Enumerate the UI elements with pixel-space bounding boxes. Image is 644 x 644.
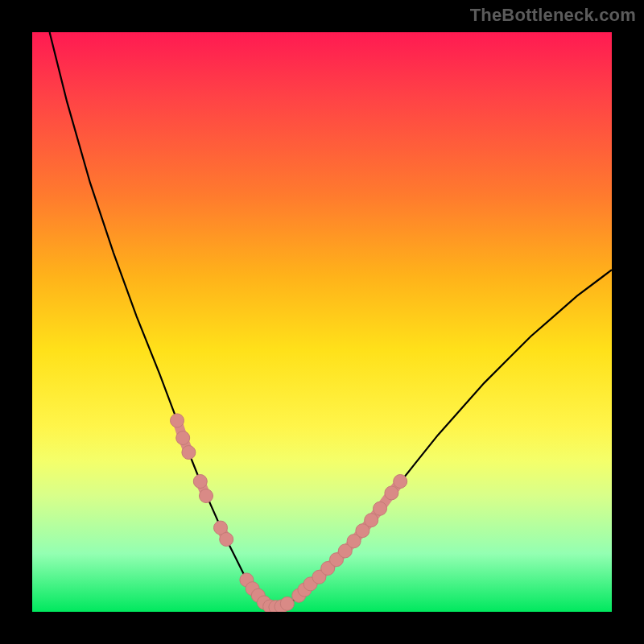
chart-svg — [32, 32, 612, 612]
data-marker-left — [176, 431, 190, 445]
plot-area — [32, 32, 612, 612]
data-marker-left — [220, 533, 233, 547]
data-marker-left — [182, 446, 196, 460]
curve-line — [50, 32, 612, 607]
data-marker-valley — [280, 597, 294, 610]
data-marker-left — [171, 414, 184, 427]
data-marker-right — [365, 514, 378, 527]
data-marker-right — [394, 475, 407, 489]
chart-frame: TheBottleneck.com — [0, 0, 644, 644]
attribution-text: TheBottleneck.com — [470, 5, 636, 26]
data-marker-right — [374, 502, 387, 515]
data-marker-right — [385, 486, 398, 500]
data-marker-left — [193, 475, 207, 489]
data-marker-left — [200, 489, 213, 503]
